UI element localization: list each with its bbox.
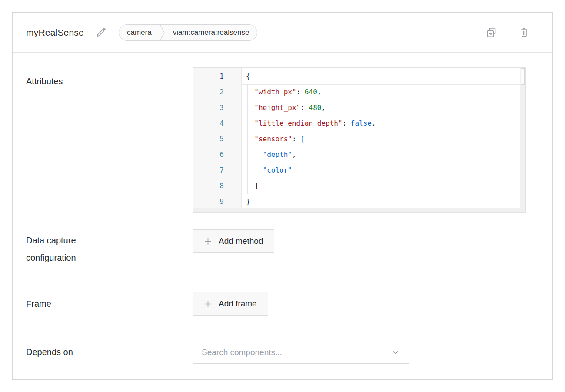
plus-icon (204, 237, 212, 246)
code-line: { (246, 69, 525, 84)
editor-code[interactable]: { "width_px": 640, "height_px": 480, "li… (242, 68, 525, 212)
attributes-row: Attributes 123456789 { "width_px": 640, … (26, 67, 552, 213)
plus-icon (204, 300, 212, 308)
code-line: "width_px": 640, (246, 84, 525, 100)
component-config-card: myRealSense camera viam:camera:realsense (12, 12, 553, 380)
code-line: "depth", (246, 147, 525, 163)
code-line: "height_px": 480, (246, 100, 525, 116)
line-number: 1 (193, 69, 241, 84)
component-category: camera (119, 25, 160, 40)
active-line-band (242, 84, 520, 85)
duplicate-icon (486, 27, 497, 38)
code-line: "little_endian_depth": false, (246, 116, 525, 131)
indent-guide (247, 84, 248, 194)
delete-button[interactable] (519, 27, 529, 38)
line-number: 9 (193, 194, 241, 209)
line-number: 6 (193, 147, 241, 163)
add-frame-button[interactable]: Add frame (193, 292, 268, 316)
data-capture-row: Data capture configuration Add method (26, 229, 552, 266)
depends-on-select[interactable]: Search components... (193, 341, 409, 364)
code-line: "sensors": [ (246, 131, 525, 147)
duplicate-button[interactable] (486, 27, 497, 38)
trash-icon (519, 27, 529, 38)
editor-gutter: 123456789 (193, 68, 242, 212)
code-line: ] (246, 178, 525, 194)
attributes-label: Attributes (26, 67, 193, 213)
frame-label: Frame (26, 299, 193, 309)
search-components-placeholder: Search components... (202, 348, 391, 357)
edit-name-button[interactable] (95, 27, 106, 38)
attributes-json-editor[interactable]: 123456789 { "width_px": 640, "height_px"… (193, 67, 526, 213)
code-line: "color" (246, 163, 525, 178)
line-number: 7 (193, 163, 241, 178)
scrollbar-thumb[interactable] (521, 68, 525, 85)
data-capture-label: Data capture configuration (26, 229, 193, 266)
component-body: Attributes 123456789 { "width_px": 640, … (13, 53, 552, 364)
line-number: 8 (193, 178, 241, 194)
add-frame-label: Add frame (219, 299, 257, 309)
chevron-down-icon (391, 348, 400, 357)
line-number: 5 (193, 131, 241, 147)
line-number: 4 (193, 116, 241, 131)
pencil-icon (95, 27, 106, 38)
depends-on-label: Depends on (26, 347, 193, 357)
chevron-divider-icon (160, 24, 165, 41)
add-method-label: Add method (219, 236, 263, 246)
component-name: myRealSense (26, 27, 84, 38)
editor-horizontal-scrollbar[interactable] (193, 208, 525, 212)
editor-vertical-scrollbar[interactable] (520, 68, 525, 208)
indent-guide (256, 147, 256, 178)
component-type-pill: camera viam:camera:realsense (119, 24, 257, 41)
component-model: viam:camera:realsense (165, 25, 257, 40)
component-header: myRealSense camera viam:camera:realsense (13, 13, 552, 53)
frame-row: Frame Add frame (26, 292, 552, 316)
line-number: 3 (193, 100, 241, 116)
line-number: 2 (193, 84, 241, 100)
code-line: } (246, 194, 525, 209)
add-method-button[interactable]: Add method (193, 229, 274, 253)
depends-on-row: Depends on Search components... (26, 341, 552, 364)
